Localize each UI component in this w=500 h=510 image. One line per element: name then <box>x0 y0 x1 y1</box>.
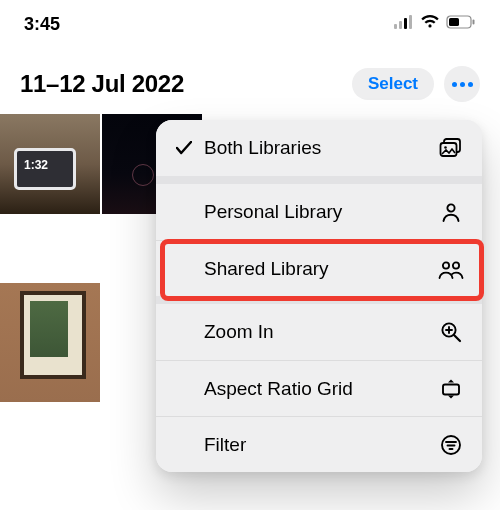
cellular-icon <box>394 15 414 33</box>
menu-item-both-libraries[interactable]: Both Libraries <box>156 120 482 176</box>
aspect-ratio-icon <box>438 378 464 400</box>
menu-item-label: Aspect Ratio Grid <box>204 378 428 400</box>
check-icon <box>174 141 194 155</box>
header: 11–12 Jul 2022 Select <box>0 48 500 114</box>
status-indicators <box>394 15 476 33</box>
menu-separator <box>156 176 482 184</box>
menu-item-label: Both Libraries <box>204 137 428 159</box>
svg-line-14 <box>454 335 460 341</box>
header-actions: Select <box>352 66 480 102</box>
svg-rect-3 <box>409 15 412 29</box>
menu-item-label: Shared Library <box>204 258 428 280</box>
svg-rect-6 <box>473 20 475 25</box>
menu-item-label: Personal Library <box>204 201 428 223</box>
page-title: 11–12 Jul 2022 <box>20 70 184 98</box>
wifi-icon <box>420 15 440 33</box>
people-icon <box>438 259 464 279</box>
menu-item-zoom-in[interactable]: Zoom In <box>156 304 482 360</box>
svg-rect-5 <box>449 18 459 26</box>
menu-separator <box>156 296 482 304</box>
status-bar: 3:45 <box>0 0 500 48</box>
status-time: 3:45 <box>24 14 60 35</box>
battery-icon <box>446 15 476 33</box>
filter-icon <box>438 434 464 456</box>
photo-thumbnail[interactable]: 1:32 <box>0 114 100 214</box>
person-icon <box>438 202 464 222</box>
menu-item-shared-library[interactable]: Shared Library <box>156 240 482 296</box>
svg-point-9 <box>444 146 447 149</box>
menu-item-aspect-ratio[interactable]: Aspect Ratio Grid <box>156 360 482 416</box>
menu-item-label: Zoom In <box>204 321 428 343</box>
svg-rect-1 <box>399 21 402 29</box>
more-button[interactable] <box>444 66 480 102</box>
svg-rect-0 <box>394 24 397 29</box>
svg-point-11 <box>443 262 449 268</box>
svg-rect-2 <box>404 18 407 29</box>
libraries-icon <box>438 138 464 158</box>
context-menu: Both Libraries Personal Library Shared L… <box>156 120 482 472</box>
ellipsis-icon <box>452 82 473 87</box>
menu-item-filter[interactable]: Filter <box>156 416 482 472</box>
svg-rect-17 <box>443 384 459 394</box>
select-button[interactable]: Select <box>352 68 434 100</box>
svg-point-12 <box>453 262 459 268</box>
menu-item-label: Filter <box>204 434 428 456</box>
menu-item-personal-library[interactable]: Personal Library <box>156 184 482 240</box>
photo-thumbnail[interactable] <box>0 282 100 402</box>
zoom-in-icon <box>438 321 464 343</box>
svg-point-10 <box>447 204 454 211</box>
thumbnail-time-overlay: 1:32 <box>24 158 48 172</box>
